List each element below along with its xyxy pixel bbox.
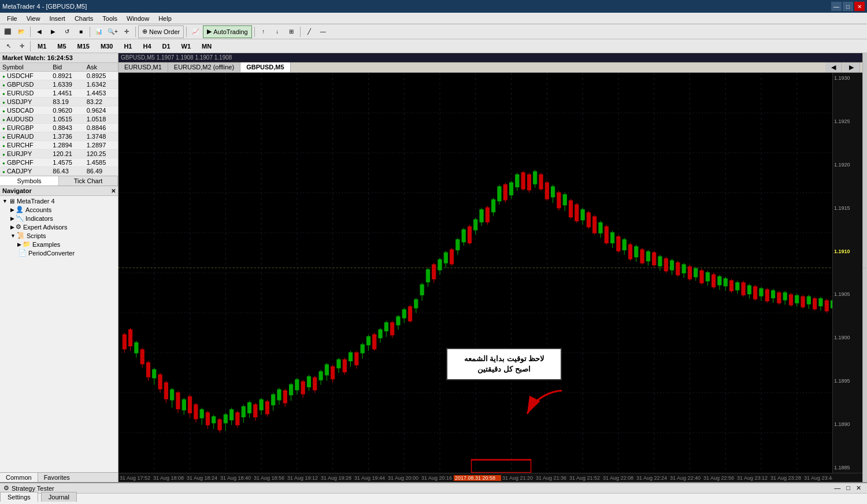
tb-refresh-btn[interactable]: ↺ — [61, 25, 73, 38]
menu-tools[interactable]: Tools — [98, 13, 122, 24]
svg-rect-240 — [742, 283, 745, 295]
nav-expert-advisors[interactable]: ▶ ⚙ Expert Advisors — [1, 223, 117, 231]
minimize-btn[interactable]: — — [831, 2, 842, 11]
market-watch-row[interactable]: ● EURCHF 1.2894 1.2897 — [0, 141, 118, 150]
svg-rect-154 — [486, 208, 489, 222]
bp-close-btn[interactable]: ✕ — [854, 484, 864, 492]
chart-tab-eurusdm1[interactable]: EURUSD,M1 — [118, 62, 168, 72]
window-controls: — □ ✕ — [831, 2, 865, 11]
svg-rect-66 — [224, 415, 227, 423]
tb-indicator-btn[interactable]: 📈 — [189, 25, 202, 38]
tb-forward-btn[interactable]: ▶ — [47, 25, 60, 38]
market-watch-row[interactable]: ● USDJPY 83.19 83.22 — [0, 98, 118, 106]
svg-rect-42 — [153, 370, 156, 378]
side-handle[interactable]: ⋮ — [862, 53, 867, 482]
svg-rect-260 — [801, 297, 805, 307]
period-h1[interactable]: H1 — [118, 40, 137, 52]
tb-open-btn[interactable]: 📂 — [15, 25, 28, 38]
nav-indicators[interactable]: ▶ 📉 Indicators — [1, 214, 117, 223]
tb-hline-btn[interactable]: — — [317, 25, 329, 38]
svg-rect-126 — [402, 310, 406, 318]
maximize-btn[interactable]: □ — [843, 2, 853, 11]
close-btn[interactable]: ✕ — [854, 2, 865, 11]
sep-tf1 — [30, 41, 31, 51]
tb-zoom-in-btn[interactable]: 🔍+ — [106, 25, 119, 38]
navigator-close-btn[interactable]: ✕ — [111, 188, 116, 194]
chart-scroll-left[interactable]: ◀ — [825, 62, 842, 72]
svg-rect-80 — [265, 402, 269, 414]
svg-rect-264 — [813, 299, 817, 309]
svg-rect-124 — [397, 317, 400, 325]
svg-rect-210 — [653, 253, 656, 265]
nav-accounts-arrow: ▶ — [10, 207, 14, 213]
tab-symbols[interactable]: Symbols — [0, 176, 59, 186]
autotrading-btn[interactable]: ▶ AutoTrading — [203, 25, 252, 38]
navigator: Navigator ✕ ▼ 🖥 MetaTrader 4 ▶ 👤 Account… — [0, 186, 118, 472]
new-order-btn[interactable]: ⊕ New Order — [138, 25, 184, 38]
svg-rect-248 — [765, 290, 769, 301]
period-m30[interactable]: M30 — [95, 40, 118, 52]
period-w1[interactable]: W1 — [176, 40, 197, 52]
svg-rect-214 — [664, 259, 668, 271]
tb-stop-btn[interactable]: ■ — [75, 25, 87, 38]
market-watch-row[interactable]: ● GBPUSD 1.6339 1.6342 — [0, 80, 118, 89]
svg-rect-164 — [516, 175, 519, 187]
market-watch-row[interactable]: ● AUDUSD 1.0515 1.0518 — [0, 115, 118, 124]
period-m5[interactable]: M5 — [52, 40, 71, 52]
market-watch-row[interactable]: ● EURGBP 0.8843 0.8846 — [0, 124, 118, 132]
period-m15[interactable]: M15 — [72, 40, 95, 52]
menu-charts[interactable]: Charts — [70, 13, 98, 24]
svg-rect-150 — [474, 220, 477, 229]
tb-cursor-btn[interactable]: ↖ — [2, 40, 15, 53]
market-watch-tabs: Symbols Tick Chart — [0, 176, 118, 186]
period-h4[interactable]: H4 — [138, 40, 156, 52]
market-watch-row[interactable]: ● GBPCHF 1.4575 1.4585 — [0, 158, 118, 167]
tb-crosshair-btn[interactable]: ✛ — [120, 25, 133, 38]
svg-rect-200 — [623, 240, 626, 250]
svg-rect-40 — [146, 363, 150, 377]
market-watch-row[interactable]: ● USDCAD 0.9620 0.9624 — [0, 106, 118, 115]
autotrading-icon: ▶ — [207, 28, 212, 35]
tb-chart-btn[interactable]: 📊 — [92, 25, 105, 38]
bp-maximize-btn[interactable]: □ — [844, 484, 853, 492]
chart-scroll-right[interactable]: ▶ — [843, 62, 860, 72]
market-watch-row[interactable]: ● CADJPY 86.43 86.49 — [0, 167, 118, 176]
tab-common[interactable]: Common — [0, 473, 38, 482]
menu-window[interactable]: Window — [122, 13, 154, 24]
nav-period-converter[interactable]: 📄 PeriodConverter — [1, 249, 117, 257]
svg-rect-112 — [361, 345, 364, 353]
menu-insert[interactable]: Insert — [45, 13, 70, 24]
nav-root[interactable]: ▼ 🖥 MetaTrader 4 — [1, 197, 117, 205]
tb-crosshair2-btn[interactable]: ✛ — [16, 40, 28, 53]
svg-rect-86 — [283, 391, 287, 403]
tab-tick-chart[interactable]: Tick Chart — [59, 176, 118, 186]
market-watch-row[interactable]: ● EURAUD 1.3736 1.3748 — [0, 132, 118, 141]
period-m1[interactable]: M1 — [32, 40, 51, 52]
market-watch-row[interactable]: ● USDCHF 0.8921 0.8925 — [0, 72, 118, 80]
market-watch-row[interactable]: ● EURJPY 120.21 120.25 — [0, 150, 118, 158]
nav-examples[interactable]: ▶ 📁 Examples — [1, 240, 117, 249]
tb-zoom-fit-btn[interactable]: ⊞ — [285, 25, 298, 38]
menu-help[interactable]: Help — [154, 13, 176, 24]
tb-line-btn[interactable]: ╱ — [303, 25, 316, 38]
svg-rect-102 — [331, 367, 335, 379]
tb-back-btn[interactable]: ◀ — [33, 25, 46, 38]
nav-accounts[interactable]: ▶ 👤 Accounts — [1, 205, 117, 214]
nav-examples-icon: 📁 — [23, 240, 31, 248]
menu-file[interactable]: File — [2, 13, 22, 24]
svg-rect-140 — [444, 253, 447, 262]
chart-tab-gbpusdm5[interactable]: GBPUSD,M5 — [240, 62, 290, 72]
svg-rect-206 — [640, 250, 644, 262]
period-mn[interactable]: MN — [197, 40, 217, 52]
tb-sell-btn[interactable]: ↓ — [271, 25, 284, 38]
tb-buy-btn[interactable]: ↑ — [257, 25, 270, 38]
tab-favorites[interactable]: Favorites — [38, 473, 76, 482]
period-d1[interactable]: D1 — [157, 40, 176, 52]
market-watch-row[interactable]: ● EURUSD 1.4451 1.4453 — [0, 89, 118, 98]
toolbar2: ↖ ✛ M1 M5 M15 M30 H1 H4 D1 W1 MN — [0, 39, 867, 53]
menu-view[interactable]: View — [22, 13, 45, 24]
chart-tab-eurusdm2[interactable]: EURUSD,M2 (offline) — [168, 62, 240, 72]
nav-scripts[interactable]: ▼ 📜 Scripts — [1, 231, 117, 240]
tb-new-btn[interactable]: ⬛ — [1, 25, 14, 38]
bp-minimize-btn[interactable]: — — [832, 484, 843, 492]
